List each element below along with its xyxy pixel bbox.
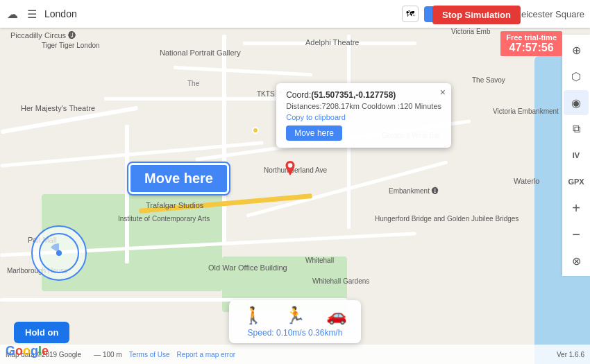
speed-text: Speed: 0.10m/s 0.36km/h (248, 328, 343, 338)
stop-simulation-button[interactable]: Stop Simulation (432, 6, 521, 24)
speed-bar: 🚶 🏃 🚗 Speed: 0.10m/s 0.36km/h (229, 300, 361, 343)
location-title: London (44, 8, 396, 19)
map-label-embankment: Embankment 🅤 (389, 187, 439, 195)
hold-on-button[interactable]: Hold on (14, 322, 69, 343)
svg-point-2 (56, 250, 62, 256)
road-v2 (222, 35, 226, 243)
map-label-trafalgar: Trafalgar Studios (146, 201, 203, 209)
toggle-icon[interactable]: ◉ (564, 90, 589, 115)
trial-time: 47:57:56 (506, 42, 557, 54)
gpx-label[interactable]: GPX (564, 169, 589, 194)
distance-text: Distances:7208.17km Cooldown :120 Minute… (286, 102, 441, 110)
walk-speed-icon[interactable]: 🚶 (243, 306, 264, 325)
map-label-majesty: Her Majesty's Theatre (21, 104, 95, 112)
copy-location-icon[interactable]: ⧉ (564, 116, 589, 141)
map-label-the: The (187, 80, 199, 87)
coord-text: Coord:(51.507351,-0.127758) (286, 90, 441, 100)
map-label-victoria: Victoria Embankment (493, 107, 559, 115)
drive-speed-icon[interactable]: 🚗 (326, 306, 347, 325)
zoom-out-button[interactable]: − (564, 222, 589, 247)
speed-label: Speed: (248, 328, 274, 338)
map-label-piccadilly: Piccadilly Circus 🅤 (10, 31, 76, 40)
map-label-hungerford: Hungerford Bridge and Golden Jubilee Bri… (375, 215, 519, 223)
coord-label: Coord: (286, 90, 311, 100)
map-label-tiger: Tiger Tiger London (42, 42, 100, 49)
map-container: Piccadilly Circus 🅤 Prince of Wales Thea… (0, 0, 590, 364)
svg-point-0 (288, 163, 293, 168)
menu-icon[interactable]: ☰ (25, 7, 39, 21)
road-v1 (125, 125, 129, 263)
map-label-waterloo: Waterlo (514, 177, 540, 185)
free-trial-label: Free trial-time (506, 33, 557, 42)
speed-value: 0.10m/s 0.36km/h (276, 328, 342, 338)
iv-label[interactable]: IV (564, 143, 589, 168)
map-label-victoriaemb: Victoria Emb (451, 28, 491, 35)
terms-link[interactable]: Terms of Use (129, 351, 170, 358)
direction-indicator (31, 225, 87, 281)
right-icons-panel: ⊕ ⬡ ◉ ⧉ IV GPX + − ⊗ (562, 35, 590, 276)
map-label-whitehall2: Whitehall (305, 257, 334, 264)
speed-icons: 🚶 🏃 🚗 (243, 306, 347, 325)
move-here-button-small[interactable]: Move here (286, 125, 342, 141)
map-label-portrait: National Portrait Gallery (160, 49, 241, 57)
map-pin[interactable] (283, 161, 297, 179)
map-label-adelphi: Adelphi Theatre (305, 38, 359, 46)
bottom-bar: Google Map data ©2019 Google — 100 m Ter… (0, 345, 590, 364)
free-trial-banner: Free trial-time 47:57:56 (500, 31, 562, 56)
scale-label: — 100 m (94, 351, 122, 358)
map-label-ica: Institute of Contemporary Arts (118, 215, 210, 223)
copy-to-clipboard-link[interactable]: Copy to clipboard (286, 113, 441, 121)
yellow-dot (252, 127, 259, 134)
run-speed-icon[interactable]: 🏃 (285, 306, 305, 325)
move-here-button-big[interactable]: Move here (128, 163, 229, 194)
report-link[interactable]: Report a map error (177, 351, 235, 358)
compass-icon[interactable]: ⊗ (564, 248, 589, 273)
coord-value: (51.507351,-0.127758) (311, 90, 396, 100)
version-label: Ver 1.6.6 (557, 351, 584, 358)
layers-icon[interactable]: ⬡ (564, 64, 589, 89)
map-label-savoy: The Savoy (472, 76, 505, 84)
cloud-icon[interactable]: ☁ (6, 7, 19, 21)
map-label-whitehall: Whitehall Gardens (312, 277, 369, 285)
map-options-icon[interactable]: 🗺 (402, 6, 419, 22)
zoom-in-button[interactable]: + (564, 196, 589, 220)
recenter-icon[interactable]: ⊕ (564, 37, 589, 62)
google-logo: Google (6, 344, 49, 358)
close-popup-button[interactable]: × (440, 87, 446, 98)
coord-popup: × Coord:(51.507351,-0.127758) Distances:… (276, 83, 451, 148)
map-label-oldwar: Old War Office Building (208, 263, 287, 272)
